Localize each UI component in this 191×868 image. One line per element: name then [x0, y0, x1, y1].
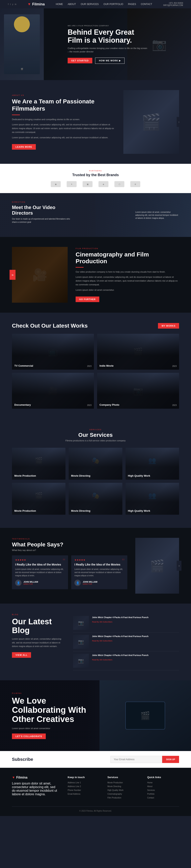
directors-title: Meet the Our Video Directors [12, 205, 72, 216]
footer-brand-text: Lorem ipsum dolor sit amet, consectetur … [12, 782, 60, 796]
nav-services[interactable]: OUR SERVICES [81, 3, 99, 6]
work-card-company[interactable]: 📷 Company Photo 2023 [97, 373, 179, 409]
work-year-tv: 2023 [87, 365, 91, 367]
service-label-5: Movie Directing [71, 509, 90, 512]
blog-post-content-1: John Wick Chapter 4 Packs A Fast And Fur… [92, 616, 179, 630]
blog-post-content-2: John Wick Chapter 4 Packs A Fast And Fur… [92, 635, 179, 649]
footer-link-about[interactable]: About [147, 785, 179, 787]
footer-service-3[interactable]: High Quality Work [108, 789, 139, 791]
blog-post-3[interactable]: 📷 John Wick Chapter 4 Packs A Fast And F… [73, 651, 179, 670]
footer-copyright: © 2023 Filmina. All Rights Reserved. [79, 810, 112, 812]
nav-about[interactable]: ABOUT [68, 3, 76, 6]
film-production-text: FILM PRODUCTION Cinematography and Film … [76, 247, 179, 302]
film-production-color-bar [76, 267, 83, 268]
footer-phone[interactable]: Phone Number [68, 789, 100, 791]
footer-address-2[interactable]: Address Line 2 [68, 785, 100, 787]
service-card-4[interactable]: 🎬 Movie Production [12, 483, 66, 515]
footer-link-services[interactable]: Services [147, 789, 179, 791]
collaborate-button[interactable]: LET'S COLLABORATE [12, 734, 46, 739]
author-avatar-1: 👤 [15, 580, 22, 586]
footer-logo-text: Filmina [16, 776, 28, 779]
testimonials-eyebrow: TESTIMONIALS [12, 538, 127, 540]
footer-email[interactable]: Email Address [68, 793, 100, 795]
footer-link-contact[interactable]: Contact [147, 797, 179, 799]
nav-pages[interactable]: PAGES [128, 3, 136, 6]
how-we-work-button[interactable]: HOW WE WORK ▶ [95, 58, 124, 64]
nav-home[interactable]: HOME [56, 3, 63, 6]
get-started-button[interactable]: GET STARTED [68, 58, 92, 63]
view-all-button[interactable]: VIEW ALL [12, 652, 31, 658]
hero-section: 🎬 📷 WE ARE A FILM PRODUCTION COMPANY Beh… [0, 8, 191, 80]
footer-service-5[interactable]: Film Production [108, 797, 139, 799]
cta-eyebrow: FILMINA [12, 692, 87, 694]
services-eyebrow: SERVICES [12, 429, 179, 431]
logo-text: Filmina [32, 2, 45, 6]
learn-more-button[interactable]: LEARN MORE [12, 144, 36, 150]
my-works-button[interactable]: MY WORKS [158, 323, 179, 329]
footer: ▼ Filmina Lorem ipsum dolor sit amet, co… [0, 768, 191, 816]
cta-section: FILMINA We Love Collaborating With Other… [0, 680, 191, 751]
footer-logo-icon: ▼ [12, 776, 15, 779]
footer-link-home[interactable]: Home [147, 781, 179, 784]
footer-link-portfolio[interactable]: Portfolio [147, 793, 179, 795]
footer-col2-list: Address Line 1 Address Line 2 Phone Numb… [68, 781, 100, 795]
service-card-2[interactable]: 🎭 Movie Directing [69, 448, 122, 479]
twitter-icon[interactable]: t [10, 3, 11, 5]
blog-post-title-2: John Wick Chapter 4 Packs A Fast And Fur… [92, 635, 179, 638]
youtube-icon[interactable]: y [12, 3, 13, 5]
film-production-image: 🎥 » [12, 247, 68, 303]
service-card-5[interactable]: 🎭 Movie Directing [69, 483, 122, 515]
testimonials-arrow[interactable]: › [177, 561, 182, 571]
service-label-6: High Quality Work [128, 509, 150, 512]
film-production-arrow[interactable]: » [9, 270, 15, 280]
nav-logo[interactable]: ▼ Filmina [28, 2, 45, 6]
work-label-company: Company Photo [100, 403, 119, 406]
film-production-desc3: Lorem ipsum dolor sit amet consectetur. [76, 288, 179, 292]
cta-image: 🎬 [100, 680, 191, 751]
footer-service-2[interactable]: Movie Directing [108, 785, 139, 787]
service-label-3: High Quality Work [128, 474, 150, 477]
about-desc3: Lorem ipsum dolor sit amet, consectetur … [12, 136, 115, 140]
services-grid-top: 🎬 Movie Production 🎭 Movie Directing 👥 H… [12, 448, 179, 479]
blog-post-2[interactable]: 📷 John Wick Chapter 4 Packs A Fast And F… [73, 632, 179, 651]
work-label-tv: TV Commercial [14, 364, 33, 367]
latest-works-section: Check Out Our Latest Works MY WORKS 📺 TV… [0, 313, 191, 418]
footer-col2-heading: Keep in touch [68, 776, 100, 779]
footer-service-1[interactable]: Movie Production [108, 781, 139, 784]
navigation: f t y in ▼ Filmina HOME ABOUT OUR SERVIC… [0, 0, 191, 8]
footer-bottom: © 2023 Filmina. All Rights Reserved. [12, 806, 179, 812]
footer-logo[interactable]: ▼ Filmina [12, 776, 60, 779]
work-card-documentary[interactable]: 🎥 Documentary 2023 [12, 373, 94, 409]
testimonials-image: 🎬 › [135, 538, 179, 594]
work-card-tv[interactable]: 📺 TV Commercial 2023 [12, 334, 94, 370]
subscribe-button[interactable]: SIGN UP [162, 756, 179, 763]
service-card-3[interactable]: 👥 High Quality Work [125, 448, 179, 479]
hero-content: WE ARE A FILM PRODUCTION COMPANY Behind … [68, 25, 147, 64]
service-label-4: Movie Production [14, 509, 36, 512]
testimonial-text-2: Lorem ipsum dolor sit amet, consectetur … [74, 568, 124, 577]
blog-post-meta-2: Read By 300 Subscribers [92, 640, 112, 642]
about-desc2: Lorem ipsum dolor sit amet, consectetur … [12, 123, 115, 134]
service-card-1[interactable]: 🎬 Movie Production [12, 448, 66, 479]
nav-portfolio[interactable]: OUR PORTFOLIO [104, 3, 123, 6]
about-text: ABOUT US We Are a Team of Passionate Fil… [12, 94, 115, 150]
blog-left: BLOG Our Latest Blog Lorem ipsum dolor s… [12, 614, 65, 670]
linkedin-icon[interactable]: in [15, 3, 16, 5]
quote-mark-1: " [63, 557, 65, 566]
footer-address-1[interactable]: Address Line 1 [68, 781, 100, 784]
blog-post-meta-3: Read By 300 Subscribers [92, 659, 112, 661]
work-card-indie[interactable]: 🎬 Indie Movie 2023 [97, 334, 179, 370]
footer-col4-heading: Quick links [147, 776, 179, 779]
nav-contact[interactable]: CONTACT [141, 3, 152, 6]
blog-post-1[interactable]: 📷 John Wick Chapter 4 Packs A Fast And F… [73, 614, 179, 632]
brand-logo-3: ▣ [83, 181, 92, 187]
go-further-button[interactable]: GO FURTHER [76, 297, 99, 302]
subscribe-input[interactable] [110, 756, 162, 763]
brand-logo-2: ✦ [67, 181, 77, 187]
brand-logo-6: ⊕ [130, 181, 140, 187]
about-slider-arrow[interactable]: › [177, 117, 179, 127]
service-card-6[interactable]: 👥 High Quality Work [125, 483, 179, 515]
footer-service-4[interactable]: Cinematography [108, 793, 139, 795]
facebook-icon[interactable]: f [8, 3, 8, 5]
author-name-2: JOHN WILLIAM [83, 581, 97, 583]
